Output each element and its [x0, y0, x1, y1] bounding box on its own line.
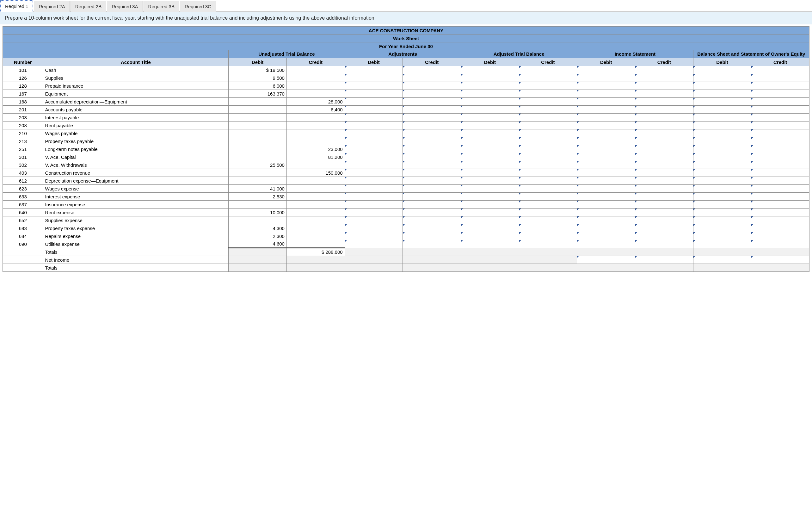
is-credit-cell[interactable] [635, 153, 693, 161]
bs-credit-cell[interactable] [751, 98, 809, 106]
bs-debit-cell[interactable] [693, 209, 751, 216]
is-credit-cell[interactable] [635, 137, 693, 145]
tab-required-1[interactable]: Required 1 [0, 0, 33, 12]
adj-debit-cell[interactable] [345, 121, 403, 129]
adj-credit-cell[interactable] [403, 161, 461, 169]
atb-credit-cell[interactable] [519, 153, 577, 161]
is-debit-cell[interactable] [577, 106, 635, 114]
adj-credit-cell[interactable] [403, 98, 461, 106]
adj-credit-cell[interactable] [403, 240, 461, 248]
adj-debit-cell[interactable] [345, 145, 403, 153]
is-debit-cell[interactable] [577, 82, 635, 90]
is-debit-cell[interactable] [577, 169, 635, 177]
adj-credit-cell[interactable] [403, 232, 461, 240]
adj-credit-cell[interactable] [403, 177, 461, 185]
bs-credit-cell[interactable] [751, 224, 809, 232]
bs-credit-cell[interactable] [751, 161, 809, 169]
adj-debit-cell[interactable] [345, 98, 403, 106]
atb-debit-cell[interactable] [461, 74, 519, 82]
is-credit-cell[interactable] [635, 177, 693, 185]
adj-debit-cell[interactable] [345, 169, 403, 177]
atb-credit-cell[interactable] [519, 74, 577, 82]
atb-debit-cell[interactable] [461, 98, 519, 106]
is-credit-cell[interactable] [635, 240, 693, 248]
is-credit-cell[interactable] [635, 209, 693, 216]
bs-debit-cell[interactable] [693, 145, 751, 153]
is-debit-cell[interactable] [577, 114, 635, 121]
is-debit-cell[interactable] [577, 232, 635, 240]
is-debit-cell[interactable] [577, 185, 635, 193]
tab-required-3a[interactable]: Required 3A [107, 1, 143, 12]
adj-credit-cell[interactable] [403, 66, 461, 74]
bs-credit-cell[interactable] [751, 121, 809, 129]
adj-debit-cell[interactable] [345, 66, 403, 74]
bs-debit-cell[interactable] [693, 98, 751, 106]
is-debit-net[interactable] [577, 256, 635, 264]
atb-credit-cell[interactable] [519, 106, 577, 114]
is-credit-cell[interactable] [635, 74, 693, 82]
atb-credit-cell[interactable] [519, 161, 577, 169]
adj-credit-cell[interactable] [403, 74, 461, 82]
adj-credit-cell[interactable] [403, 106, 461, 114]
bs-debit-cell[interactable] [693, 224, 751, 232]
adj-credit-cell[interactable] [403, 209, 461, 216]
bs-credit-net[interactable] [751, 256, 809, 264]
is-credit-cell[interactable] [635, 232, 693, 240]
adj-debit-cell[interactable] [345, 90, 403, 98]
bs-credit-cell[interactable] [751, 145, 809, 153]
bs-credit-cell[interactable] [751, 137, 809, 145]
is-credit-cell[interactable] [635, 114, 693, 121]
bs-debit-cell[interactable] [693, 216, 751, 224]
atb-credit-cell[interactable] [519, 66, 577, 74]
is-debit-cell[interactable] [577, 153, 635, 161]
adj-credit-cell[interactable] [403, 114, 461, 121]
bs-credit-cell[interactable] [751, 185, 809, 193]
atb-debit-cell[interactable] [461, 106, 519, 114]
adj-debit-cell[interactable] [345, 240, 403, 248]
atb-credit-cell[interactable] [519, 137, 577, 145]
adj-debit-cell[interactable] [345, 224, 403, 232]
adj-debit-cell[interactable] [345, 161, 403, 169]
bs-debit-cell[interactable] [693, 106, 751, 114]
atb-debit-cell[interactable] [461, 114, 519, 121]
atb-credit-cell[interactable] [519, 169, 577, 177]
bs-debit-cell[interactable] [693, 200, 751, 209]
atb-credit-cell[interactable] [519, 185, 577, 193]
atb-debit-cell[interactable] [461, 224, 519, 232]
atb-credit-cell[interactable] [519, 209, 577, 216]
atb-credit-cell[interactable] [519, 193, 577, 200]
adj-debit-cell[interactable] [345, 193, 403, 200]
bs-credit-cell[interactable] [751, 66, 809, 74]
is-credit-cell[interactable] [635, 185, 693, 193]
adj-debit-cell[interactable] [345, 106, 403, 114]
atb-debit-cell[interactable] [461, 177, 519, 185]
adj-credit-cell[interactable] [403, 153, 461, 161]
is-debit-cell[interactable] [577, 224, 635, 232]
is-credit-cell[interactable] [635, 193, 693, 200]
tab-required-3b[interactable]: Required 3B [144, 1, 179, 12]
is-credit-cell[interactable] [635, 98, 693, 106]
bs-debit-cell[interactable] [693, 232, 751, 240]
is-credit-cell[interactable] [635, 66, 693, 74]
tab-required-2a[interactable]: Required 2A [34, 1, 69, 12]
atb-credit-cell[interactable] [519, 177, 577, 185]
adj-debit-cell[interactable] [345, 200, 403, 209]
is-credit-cell[interactable] [635, 169, 693, 177]
adj-credit-cell[interactable] [403, 90, 461, 98]
atb-credit-cell[interactable] [519, 145, 577, 153]
adj-debit-cell[interactable] [345, 114, 403, 121]
is-debit-cell[interactable] [577, 121, 635, 129]
bs-credit-cell[interactable] [751, 153, 809, 161]
adj-credit-cell[interactable] [403, 169, 461, 177]
bs-debit-cell[interactable] [693, 161, 751, 169]
atb-debit-cell[interactable] [461, 216, 519, 224]
is-debit-cell[interactable] [577, 193, 635, 200]
atb-credit-cell[interactable] [519, 114, 577, 121]
atb-credit-cell[interactable] [519, 121, 577, 129]
is-debit-cell[interactable] [577, 216, 635, 224]
atb-credit-cell[interactable] [519, 200, 577, 209]
atb-debit-cell[interactable] [461, 121, 519, 129]
bs-debit-cell[interactable] [693, 82, 751, 90]
atb-debit-cell[interactable] [461, 185, 519, 193]
adj-debit-cell[interactable] [345, 153, 403, 161]
